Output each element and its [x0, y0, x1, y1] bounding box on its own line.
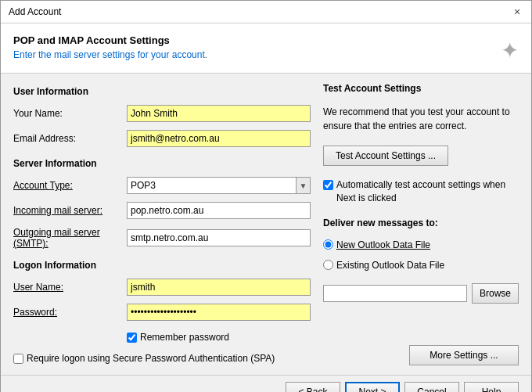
outgoing-server-input[interactable] — [127, 229, 311, 246]
auto-test-checkbox[interactable] — [323, 180, 333, 190]
header-text: POP and IMAP Account Settings Enter the … — [13, 34, 207, 60]
account-type-dropdown-icon[interactable]: ▼ — [297, 177, 311, 194]
auto-test-label: Automatically test account settings when… — [336, 178, 519, 205]
user-info-title: User Information — [13, 86, 311, 97]
auto-test-row: Automatically test account settings when… — [323, 178, 519, 205]
require-spa-label: Require logon using Secure Password Auth… — [27, 352, 275, 365]
settings-icon: ✦ — [501, 38, 519, 63]
incoming-server-input[interactable] — [127, 202, 311, 219]
account-type-row: Account Type: ▼ — [13, 177, 311, 194]
logon-info-title: Logon Information — [13, 260, 311, 271]
password-label: Password: — [13, 307, 127, 318]
main-content: User Information Your Name: Email Addres… — [1, 74, 531, 375]
email-input[interactable] — [127, 130, 311, 147]
new-outlook-row: New Outlook Data File — [323, 239, 519, 250]
require-row: Require logon using Secure Password Auth… — [13, 352, 311, 365]
server-info-title: Server Information — [13, 158, 311, 169]
incoming-server-label: Incoming mail server: — [13, 205, 127, 216]
new-outlook-label: New Outlook Data File — [336, 239, 430, 250]
test-account-desc: We recommend that you test your account … — [323, 105, 519, 133]
account-type-label: Account Type: — [13, 180, 127, 191]
username-row: User Name: — [13, 279, 311, 296]
existing-outlook-row: Existing Outlook Data File — [323, 260, 519, 271]
title-bar: Add Account × — [1, 1, 531, 23]
more-settings-button[interactable]: More Settings ... — [409, 345, 519, 365]
password-row: Password: — [13, 304, 311, 321]
remember-row: Remember password — [127, 332, 311, 343]
incoming-server-row: Incoming mail server: — [13, 202, 311, 219]
remember-label: Remember password — [140, 332, 229, 343]
back-button[interactable]: < Back — [286, 382, 340, 392]
help-button[interactable]: Help — [464, 382, 519, 392]
existing-outlook-radio[interactable] — [323, 260, 333, 270]
more-settings-row: More Settings ... — [323, 345, 519, 365]
window-title: Add Account — [9, 6, 61, 17]
test-account-title: Test Account Settings — [323, 83, 519, 94]
footer: < Back Next > Cancel Help — [1, 375, 531, 392]
username-input[interactable] — [127, 279, 311, 296]
your-name-input[interactable] — [127, 105, 311, 122]
username-label: User Name: — [13, 282, 127, 293]
require-spa-checkbox[interactable] — [13, 354, 23, 364]
header-title: POP and IMAP Account Settings — [13, 34, 207, 46]
window: Add Account × POP and IMAP Account Setti… — [0, 0, 532, 392]
outgoing-server-label: Outgoing mail server (SMTP): — [13, 227, 127, 249]
remember-checkbox[interactable] — [127, 333, 137, 343]
account-type-input[interactable] — [127, 177, 297, 194]
outgoing-server-row: Outgoing mail server (SMTP): — [13, 227, 311, 249]
password-input[interactable] — [127, 304, 311, 321]
deliver-title: Deliver new messages to: — [323, 218, 519, 228]
next-button[interactable]: Next > — [345, 382, 400, 392]
your-name-row: Your Name: — [13, 105, 311, 122]
cancel-button[interactable]: Cancel — [404, 382, 459, 392]
email-row: Email Address: — [13, 130, 311, 147]
header-section: POP and IMAP Account Settings Enter the … — [1, 23, 531, 74]
email-label: Email Address: — [13, 133, 127, 144]
browse-row: Browse — [323, 283, 519, 304]
left-panel: User Information Your Name: Email Addres… — [13, 83, 311, 365]
existing-outlook-label: Existing Outlook Data File — [336, 260, 444, 271]
test-account-button[interactable]: Test Account Settings ... — [323, 146, 448, 166]
account-type-select-wrapper: ▼ — [127, 177, 311, 194]
close-button[interactable]: × — [511, 5, 523, 18]
new-outlook-radio[interactable] — [323, 239, 333, 250]
your-name-label: Your Name: — [13, 108, 127, 119]
header-description: Enter the mail server settings for your … — [13, 49, 207, 60]
browse-input[interactable] — [323, 285, 467, 302]
browse-button[interactable]: Browse — [472, 283, 519, 304]
right-panel: Test Account Settings We recommend that … — [323, 83, 519, 365]
